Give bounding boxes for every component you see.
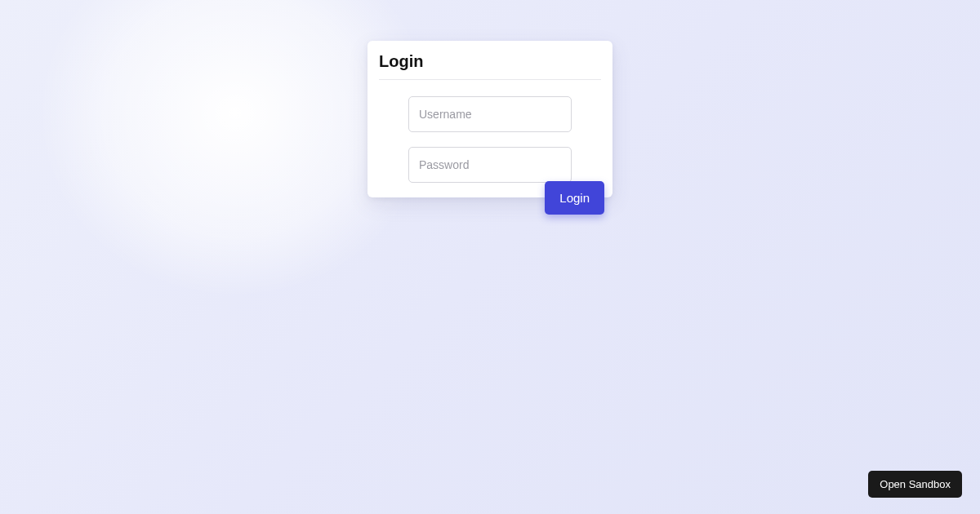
header-divider bbox=[379, 79, 601, 80]
password-field[interactable] bbox=[408, 147, 572, 183]
open-sandbox-button[interactable]: Open Sandbox bbox=[868, 471, 962, 498]
login-form bbox=[368, 96, 612, 183]
login-card: Login Login bbox=[368, 41, 612, 197]
card-header: Login bbox=[368, 41, 612, 79]
card-title: Login bbox=[379, 52, 601, 71]
login-button[interactable]: Login bbox=[545, 181, 604, 215]
username-field[interactable] bbox=[408, 96, 572, 132]
